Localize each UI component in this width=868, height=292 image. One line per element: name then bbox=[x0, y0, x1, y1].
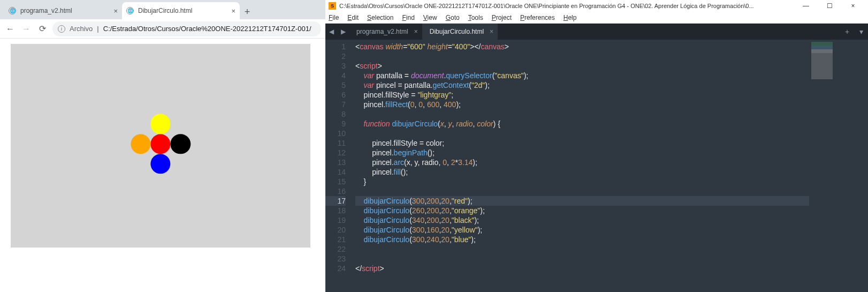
forward-button[interactable]: → bbox=[20, 23, 32, 35]
menu-item-project[interactable]: Project bbox=[492, 14, 512, 21]
browser-tab-title: DibujarCirculo.html bbox=[138, 7, 192, 14]
menu-item-edit[interactable]: Edit bbox=[347, 14, 359, 21]
editor-area: 123456789101112131415161718192021222324 … bbox=[325, 40, 868, 292]
sublime-tabs: ◀ ▶ programa_v2.html × DibujarCirculo.ht… bbox=[325, 24, 868, 40]
reload-button[interactable]: ⟳ bbox=[36, 23, 48, 35]
editor-tab-0[interactable]: programa_v2.html × bbox=[349, 24, 422, 40]
chrome-window: 🌐 programa_v2.html × 🌐 DibujarCirculo.ht… bbox=[0, 0, 325, 292]
browser-tab-title: programa_v2.html bbox=[20, 7, 72, 14]
browser-tab-1[interactable]: 🌐 DibujarCirculo.html × bbox=[122, 2, 240, 19]
menu-item-goto[interactable]: Goto bbox=[446, 14, 460, 21]
sublime-menubar: FileEditSelectionFindViewGotoToolsProjec… bbox=[325, 12, 868, 24]
close-icon[interactable]: × bbox=[414, 28, 418, 35]
globe-icon: 🌐 bbox=[126, 7, 134, 14]
globe-icon: 🌐 bbox=[9, 7, 16, 14]
menu-item-tools[interactable]: Tools bbox=[468, 14, 483, 21]
tab-prev-button[interactable]: ◀ bbox=[325, 24, 337, 40]
editor-tab-title: DibujarCirculo.html bbox=[430, 28, 484, 35]
close-icon[interactable]: × bbox=[231, 7, 235, 15]
browser-tabstrip: 🌐 programa_v2.html × 🌐 DibujarCirculo.ht… bbox=[0, 0, 325, 19]
circle-yellow bbox=[150, 114, 170, 134]
circle-red bbox=[150, 134, 170, 154]
menu-item-find[interactable]: Find bbox=[402, 14, 414, 21]
browser-viewport bbox=[0, 39, 325, 292]
new-editor-tab-button[interactable]: + bbox=[840, 24, 854, 40]
sublime-window: S C:\Estrada\Otros\Cursos\Oracle ONE-202… bbox=[325, 0, 868, 292]
menu-item-selection[interactable]: Selection bbox=[367, 14, 393, 21]
close-icon[interactable]: × bbox=[490, 28, 493, 35]
menu-item-view[interactable]: View bbox=[423, 14, 437, 21]
sublime-icon: S bbox=[329, 2, 336, 10]
menu-item-help[interactable]: Help bbox=[564, 14, 577, 21]
canvas-output bbox=[11, 44, 310, 248]
editor-tab-1[interactable]: DibujarCirculo.html × bbox=[422, 24, 498, 40]
sublime-titlebar[interactable]: S C:\Estrada\Otros\Cursos\Oracle ONE-202… bbox=[325, 0, 868, 12]
close-button[interactable]: × bbox=[841, 0, 865, 12]
address-bar[interactable]: i Archivo | C:/Estrada/Otros/Cursos/Orac… bbox=[52, 21, 321, 36]
tab-next-button[interactable]: ▶ bbox=[337, 24, 349, 40]
new-tab-button[interactable]: + bbox=[240, 4, 255, 19]
circle-black bbox=[171, 134, 191, 154]
browser-toolbar: ← → ⟳ i Archivo | C:/Estrada/Otros/Curso… bbox=[0, 19, 325, 39]
code-content[interactable]: <canvas width="600" height="400"></canva… bbox=[350, 40, 809, 292]
menu-item-file[interactable]: File bbox=[329, 14, 339, 21]
address-prefix: Archivo bbox=[70, 25, 93, 33]
circle-blue bbox=[150, 154, 170, 174]
line-gutter[interactable]: 123456789101112131415161718192021222324 bbox=[325, 40, 350, 292]
circle-orange bbox=[131, 134, 150, 154]
minimap[interactable] bbox=[809, 40, 868, 292]
tab-dropdown-button[interactable]: ▾ bbox=[854, 24, 868, 40]
sublime-title: C:\Estrada\Otros\Cursos\Oracle ONE-20221… bbox=[339, 3, 754, 9]
maximize-button[interactable]: ☐ bbox=[818, 0, 841, 12]
address-url: C:/Estrada/Otros/Cursos/Oracle%20ONE-202… bbox=[103, 25, 311, 33]
minimize-button[interactable]: — bbox=[794, 0, 818, 12]
address-sep: | bbox=[97, 25, 98, 33]
browser-tab-0[interactable]: 🌐 programa_v2.html × bbox=[4, 2, 122, 19]
menu-item-preferences[interactable]: Preferences bbox=[520, 14, 555, 21]
editor-tab-title: programa_v2.html bbox=[356, 28, 408, 35]
close-icon[interactable]: × bbox=[113, 7, 118, 15]
info-icon[interactable]: i bbox=[58, 25, 65, 33]
back-button[interactable]: ← bbox=[4, 23, 16, 35]
